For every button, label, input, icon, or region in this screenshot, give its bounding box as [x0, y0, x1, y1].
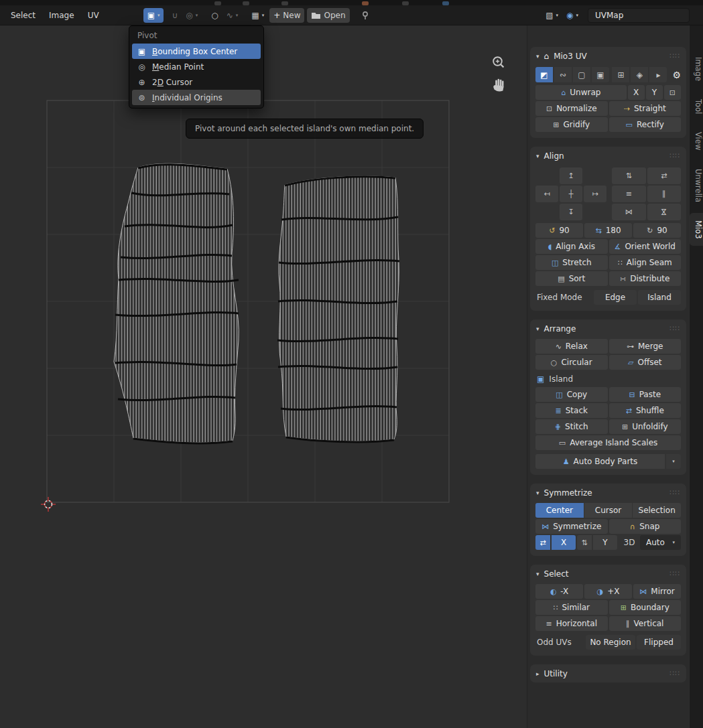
zoom-gizmo[interactable] [491, 55, 506, 70]
open-image-button[interactable]: Open [307, 8, 349, 23]
segment-selection-button[interactable]: Selection [633, 503, 681, 518]
option-cursor-button[interactable]: ▸ [649, 67, 667, 82]
average-island-scales-button[interactable]: ▭ Average Island Scales [535, 435, 681, 450]
pivot-dropdown-button[interactable]: ▣ ▾ [143, 8, 164, 23]
menu-item-bounding-box-center[interactable]: ▣ Bounding Box Center [132, 44, 261, 59]
select-boundary-button[interactable]: ⊞ Boundary [609, 600, 682, 615]
falloff-dropdown[interactable]: ∿ ▾ [222, 8, 243, 23]
axis-x-icon-button[interactable]: ⇄ [535, 535, 550, 550]
section-header-utility[interactable]: ▸ Utility ∷∷ [530, 664, 686, 682]
stack-button[interactable]: ≣ Stack [535, 403, 608, 418]
menu-uv[interactable]: UV [81, 11, 106, 20]
select-plus-x-button[interactable]: ◑ +X [584, 584, 632, 599]
select-minus-x-button[interactable]: ◐ -X [535, 584, 583, 599]
tab-mio3[interactable]: Mio3 [690, 213, 703, 246]
panel-grip-icon[interactable]: ∷∷ [669, 52, 680, 60]
unfoldify-button[interactable]: ⊞ Unfoldify [609, 419, 682, 434]
offset-button[interactable]: ▱ Offset [609, 355, 682, 370]
proportional-edit-button[interactable]: ○ [207, 8, 222, 23]
unwrap-x-button[interactable]: X [628, 85, 645, 100]
tab-image[interactable]: Image [690, 50, 703, 88]
distribute-button[interactable]: ∺ Distribute [609, 271, 682, 286]
select-mode-vertex-button[interactable]: ◩ [535, 67, 553, 82]
uvmap-name-field[interactable] [588, 8, 690, 23]
section-header-arrange[interactable]: ▾ Arrange ∷∷ [530, 319, 686, 338]
pan-hand-gizmo[interactable] [491, 78, 506, 92]
flipped-button[interactable]: Flipped [637, 635, 681, 650]
shuffle-button[interactable]: ⇄ Shuffle [609, 403, 682, 418]
display-channels-dropdown[interactable]: ▧ ▾ [541, 8, 562, 23]
axis-y-button[interactable]: Y [593, 535, 617, 550]
snap-button[interactable]: ∩ Snap [609, 519, 682, 534]
fixed-mode-island-button[interactable]: Island [638, 290, 681, 305]
align-top-button[interactable]: ↥ [560, 167, 582, 184]
stretch-button[interactable]: ◫ Stretch [535, 255, 608, 270]
select-mode-face-button[interactable]: ▢ [573, 67, 590, 82]
select-similar-button[interactable]: ∷ Similar [535, 600, 608, 615]
menu-item-2d-cursor[interactable]: ⊕ 2D Cursor [132, 74, 261, 90]
panel-grip-icon[interactable]: ∷∷ [669, 488, 680, 497]
image-pin-dropdown[interactable]: ◉ ▾ [562, 8, 582, 23]
orient-world-button[interactable]: ∡ Orient World [609, 239, 682, 254]
select-mode-edge-button[interactable]: ∾ [554, 67, 572, 82]
relax-button[interactable]: ∿ Relax [535, 339, 608, 354]
merge-button[interactable]: ⊶ Merge [609, 339, 682, 354]
axis-x-button[interactable]: X [552, 535, 576, 550]
select-mirror-button[interactable]: ⋈ Mirror [633, 584, 681, 599]
snap-target-dropdown[interactable]: ◎ ▾ [182, 8, 202, 23]
align-seam-button[interactable]: ∷ Align Seam [609, 255, 682, 270]
auto-dropdown[interactable]: Auto ▾ [640, 535, 681, 550]
no-region-button[interactable]: No Region [586, 635, 635, 650]
rotate-180-button[interactable]: ⇆ 180 [584, 223, 632, 238]
section-header-symmetrize[interactable]: ▾ Symmetrize ∷∷ [530, 484, 686, 502]
align-center-button[interactable]: ┼ [560, 186, 582, 202]
snap-toggle-button[interactable]: ∪ [168, 8, 182, 23]
select-mode-island-button[interactable]: ▣ [592, 67, 609, 82]
gear-icon[interactable]: ⚙ [672, 70, 681, 80]
equalize-rows-button[interactable]: ≡ [612, 186, 646, 202]
align-left-button[interactable]: ↤ [535, 186, 558, 202]
align-axis-button[interactable]: ◖ Align Axis [535, 239, 608, 254]
section-header-select[interactable]: ▾ Select ∷∷ [530, 565, 686, 583]
panel-grip-icon[interactable]: ∷∷ [669, 669, 680, 678]
select-horizontal-button[interactable]: ≡ Horizontal [535, 616, 608, 631]
auto-body-parts-button[interactable]: ♟ Auto Body Parts [535, 454, 665, 469]
segment-center-button[interactable]: Center [535, 503, 584, 518]
panel-grip-icon[interactable]: ∷∷ [669, 324, 680, 333]
flip-vertical-button[interactable]: ⋈ [647, 204, 682, 220]
panel-grip-icon[interactable]: ∷∷ [669, 569, 680, 578]
distribute-vertical-button[interactable]: ⇅ [612, 167, 646, 184]
menu-item-individual-origins[interactable]: ⊚ Individual Origins [132, 90, 261, 105]
equalize-columns-button[interactable]: ∥ [647, 186, 682, 202]
align-bottom-button[interactable]: ↧ [560, 204, 582, 220]
stitch-button[interactable]: ⋕ Stitch [535, 419, 608, 434]
panel-grip-icon[interactable]: ∷∷ [669, 151, 680, 160]
pin-image-button[interactable] [357, 8, 374, 23]
rotate-right-90-button[interactable]: ↻ 90 [633, 223, 681, 238]
tab-view[interactable]: View [690, 125, 703, 157]
symmetrize-button[interactable]: ⋈ Symmetrize [535, 519, 608, 534]
new-image-button[interactable]: + New [269, 8, 304, 23]
tab-unwrella[interactable]: Unwrella [690, 161, 703, 210]
pack-button[interactable]: ⊡ [664, 85, 681, 100]
image-browse-dropdown[interactable]: ▦ ▾ [247, 8, 268, 23]
option-frame-button[interactable]: ⊞ [612, 67, 629, 82]
normalize-button[interactable]: ⊡ Normalize [535, 101, 608, 116]
rectify-button[interactable]: ▭ Rectify [609, 117, 682, 132]
tab-tool[interactable]: Tool [690, 92, 703, 121]
axis-y-icon-button[interactable]: ⇅ [577, 535, 592, 550]
menu-image[interactable]: Image [42, 11, 81, 20]
straight-button[interactable]: ⇢ Straight [609, 101, 682, 116]
align-right-button[interactable]: ↦ [584, 186, 606, 202]
paste-button[interactable]: ⊟ Paste [609, 387, 682, 402]
section-header-mio3[interactable]: ▾ ⌂ Mio3 UV ∷∷ [530, 47, 686, 65]
gridify-button[interactable]: ⊞ Gridify [535, 117, 608, 132]
sort-button[interactable]: ▤ Sort [535, 271, 608, 286]
menu-select[interactable]: Select [4, 11, 42, 20]
auto-body-parts-dropdown[interactable]: ▾ [666, 454, 681, 469]
distribute-horizontal-button[interactable]: ⇄ [647, 167, 682, 184]
rotate-left-90-button[interactable]: ↺ 90 [535, 223, 583, 238]
select-vertical-button[interactable]: ∥ Vertical [609, 616, 682, 631]
flip-horizontal-button[interactable]: ⋈ [612, 204, 646, 220]
option-pin-button[interactable]: ◈ [631, 67, 648, 82]
